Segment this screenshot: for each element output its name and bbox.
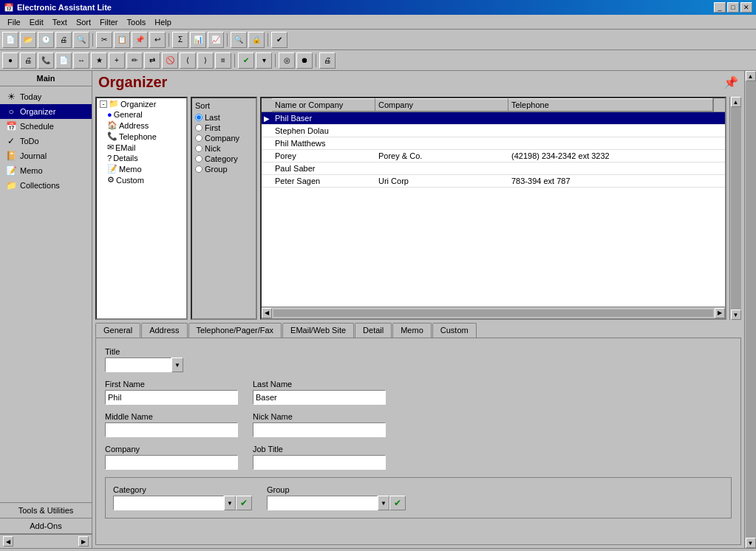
tree-item-details[interactable]: ? Details bbox=[97, 153, 186, 163]
tools-utilities-button[interactable]: Tools & Utilities bbox=[0, 503, 92, 519]
group-dropdown[interactable]: ▼ bbox=[378, 496, 389, 510]
sort-radio-nick-input[interactable] bbox=[195, 145, 202, 152]
sidebar-scroll-right[interactable]: ▶ bbox=[78, 536, 89, 547]
list-row[interactable]: Peter Sagen Uri Corp 783-394 ext 787 bbox=[262, 175, 725, 188]
list-row[interactable]: ▶ Phil Baser bbox=[262, 112, 725, 125]
title-input[interactable] bbox=[105, 357, 171, 372]
tb2-new2[interactable]: + bbox=[109, 52, 125, 69]
firstname-input[interactable] bbox=[105, 390, 238, 405]
menu-file[interactable]: File bbox=[3, 16, 25, 28]
tb-check[interactable]: ✔ bbox=[271, 32, 287, 48]
tb-search[interactable]: 🔍 bbox=[231, 32, 247, 48]
tb-lock[interactable]: 🔒 bbox=[248, 32, 265, 48]
middlename-input[interactable] bbox=[105, 422, 238, 437]
category-input[interactable] bbox=[113, 496, 224, 510]
list-row[interactable]: Phil Matthews bbox=[262, 137, 725, 150]
sidebar-item-organizer[interactable]: ○ Organizer bbox=[0, 104, 92, 119]
addons-button[interactable]: Add-Ons bbox=[0, 519, 92, 534]
tab-email[interactable]: EMail/Web Site bbox=[282, 323, 354, 338]
tb-copy[interactable]: 📋 bbox=[114, 32, 130, 48]
tb2-nav2[interactable]: ⟩ bbox=[197, 52, 214, 69]
list-row[interactable]: Porey Porey & Co. (42198) 234-2342 ext 3… bbox=[262, 150, 725, 162]
tb-new[interactable]: 📄 bbox=[2, 32, 18, 48]
sort-radio-category-input[interactable] bbox=[195, 155, 202, 162]
sidebar-item-schedule[interactable]: 📅 Schedule bbox=[0, 119, 92, 134]
tb2-arrows[interactable]: ↔ bbox=[73, 52, 89, 69]
sort-radio-group[interactable]: Group bbox=[195, 165, 253, 174]
tb2-circle[interactable]: ● bbox=[2, 52, 18, 69]
main-vscroll-down[interactable]: ▼ bbox=[746, 538, 756, 548]
group-ok-button[interactable]: ✔ bbox=[389, 496, 406, 510]
tree-item-email[interactable]: ✉ EMail bbox=[97, 142, 186, 153]
tb-sigma[interactable]: Σ bbox=[172, 32, 188, 48]
tb-preview[interactable]: 🔍 bbox=[73, 32, 89, 48]
close-button[interactable]: ✕ bbox=[740, 2, 752, 13]
menu-edit[interactable]: Edit bbox=[25, 16, 48, 28]
tb-clock[interactable]: 🕐 bbox=[38, 32, 54, 48]
col-header-company[interactable]: Company bbox=[375, 98, 508, 112]
jobtitle-input[interactable] bbox=[253, 455, 386, 470]
tab-memo[interactable]: Memo bbox=[392, 323, 432, 338]
col-header-telephone[interactable]: Telephone bbox=[508, 98, 713, 112]
tree-item-memo[interactable]: 📝 Memo bbox=[97, 163, 186, 174]
category-dropdown[interactable]: ▼ bbox=[224, 496, 236, 510]
sort-radio-first[interactable]: First bbox=[195, 123, 253, 132]
nickname-input[interactable] bbox=[253, 422, 386, 437]
tb-chart[interactable]: 📊 bbox=[190, 32, 206, 48]
tree-item-address[interactable]: 🏠 Address bbox=[97, 120, 186, 131]
minimize-button[interactable]: _ bbox=[714, 2, 726, 13]
tree-item-custom[interactable]: ⚙ Custom bbox=[97, 174, 186, 185]
tb2-star[interactable]: ★ bbox=[91, 52, 107, 69]
main-vscroll-up[interactable]: ▲ bbox=[746, 71, 756, 81]
tb-print[interactable]: 🖨 bbox=[55, 32, 72, 48]
sidebar-item-journal[interactable]: 📔 Journal bbox=[0, 148, 92, 163]
sort-radio-nick[interactable]: Nick bbox=[195, 144, 253, 153]
sort-radio-first-input[interactable] bbox=[195, 124, 202, 131]
menu-tools[interactable]: Tools bbox=[123, 16, 151, 28]
tb2-edit[interactable]: ✏ bbox=[126, 52, 143, 69]
tab-detail[interactable]: Detail bbox=[355, 323, 392, 338]
tree-item-general[interactable]: ● General bbox=[97, 109, 186, 120]
category-ok-button[interactable]: ✔ bbox=[236, 496, 252, 510]
sidebar-item-memo[interactable]: 📝 Memo bbox=[0, 163, 92, 178]
vscroll-down[interactable]: ▼ bbox=[731, 309, 741, 320]
sidebar-scroll-left[interactable]: ◀ bbox=[3, 536, 13, 547]
vscroll-up[interactable]: ▲ bbox=[731, 97, 741, 107]
tree-expand-root[interactable]: - bbox=[100, 100, 107, 108]
tb2-list[interactable]: ≡ bbox=[215, 52, 231, 69]
tb2-doc[interactable]: 📄 bbox=[55, 52, 72, 69]
tb-undo[interactable]: ↩ bbox=[149, 32, 166, 48]
tree-item-telephone[interactable]: 📞 Telephone bbox=[97, 131, 186, 142]
tb-paste[interactable]: 📌 bbox=[132, 32, 148, 48]
maximize-button[interactable]: □ bbox=[727, 2, 739, 13]
sort-radio-last-input[interactable] bbox=[195, 114, 202, 121]
menu-help[interactable]: Help bbox=[150, 16, 176, 28]
sort-radio-category[interactable]: Category bbox=[195, 154, 253, 163]
tb2-target[interactable]: ◎ bbox=[279, 52, 295, 69]
h-scroll-right[interactable]: ▶ bbox=[715, 308, 725, 318]
list-row[interactable]: Stephen Dolau bbox=[262, 125, 725, 137]
menu-sort[interactable]: Sort bbox=[72, 16, 95, 28]
tb2-nav[interactable]: ⟨ bbox=[180, 52, 196, 69]
sort-radio-company-input[interactable] bbox=[195, 134, 202, 142]
sort-radio-group-input[interactable] bbox=[195, 165, 202, 173]
menu-filter[interactable]: Filter bbox=[95, 16, 122, 28]
tb2-arrows2[interactable]: ⇄ bbox=[144, 52, 160, 69]
tab-address[interactable]: Address bbox=[141, 323, 187, 338]
tab-custom[interactable]: Custom bbox=[432, 323, 477, 338]
tb2-record[interactable]: ⏺ bbox=[296, 52, 313, 69]
company-input[interactable] bbox=[105, 455, 238, 470]
sort-radio-company[interactable]: Company bbox=[195, 134, 253, 143]
tb-cut[interactable]: ✂ bbox=[96, 32, 112, 48]
tb2-drop[interactable]: ▾ bbox=[256, 52, 272, 69]
tb-open[interactable]: 📂 bbox=[20, 32, 36, 48]
group-input[interactable] bbox=[267, 496, 378, 510]
sort-radio-last[interactable]: Last bbox=[195, 113, 253, 122]
title-dropdown[interactable]: ▼ bbox=[171, 357, 183, 372]
col-header-name[interactable]: Name or Company bbox=[272, 98, 375, 112]
tb-chart2[interactable]: 📈 bbox=[208, 32, 224, 48]
list-row[interactable]: Paul Saber bbox=[262, 162, 725, 175]
menu-text[interactable]: Text bbox=[48, 16, 72, 28]
tb2-block[interactable]: 🚫 bbox=[162, 52, 178, 69]
lastname-input[interactable] bbox=[253, 390, 386, 405]
